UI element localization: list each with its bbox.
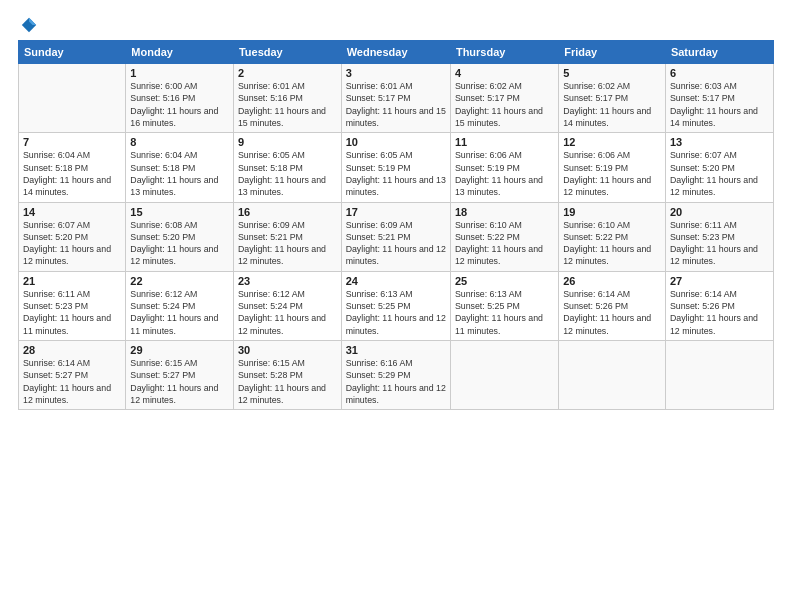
- calendar-cell: 20Sunrise: 6:11 AMSunset: 5:23 PMDayligh…: [665, 202, 773, 271]
- day-info: Sunrise: 6:02 AMSunset: 5:17 PMDaylight:…: [455, 80, 554, 129]
- calendar-cell: 24Sunrise: 6:13 AMSunset: 5:25 PMDayligh…: [341, 271, 450, 340]
- calendar-cell: 12Sunrise: 6:06 AMSunset: 5:19 PMDayligh…: [559, 133, 666, 202]
- day-info: Sunrise: 6:01 AMSunset: 5:17 PMDaylight:…: [346, 80, 446, 129]
- day-number: 21: [23, 275, 121, 287]
- week-row-4: 21Sunrise: 6:11 AMSunset: 5:23 PMDayligh…: [19, 271, 774, 340]
- day-header-wednesday: Wednesday: [341, 41, 450, 64]
- day-header-friday: Friday: [559, 41, 666, 64]
- day-number: 9: [238, 136, 337, 148]
- day-number: 18: [455, 206, 554, 218]
- week-row-2: 7Sunrise: 6:04 AMSunset: 5:18 PMDaylight…: [19, 133, 774, 202]
- calendar-cell: 7Sunrise: 6:04 AMSunset: 5:18 PMDaylight…: [19, 133, 126, 202]
- calendar-cell: 17Sunrise: 6:09 AMSunset: 5:21 PMDayligh…: [341, 202, 450, 271]
- week-row-3: 14Sunrise: 6:07 AMSunset: 5:20 PMDayligh…: [19, 202, 774, 271]
- day-number: 30: [238, 344, 337, 356]
- calendar-cell: [665, 341, 773, 410]
- day-number: 15: [130, 206, 229, 218]
- day-info: Sunrise: 6:14 AMSunset: 5:27 PMDaylight:…: [23, 357, 121, 406]
- day-info: Sunrise: 6:10 AMSunset: 5:22 PMDaylight:…: [563, 219, 661, 268]
- day-info: Sunrise: 6:04 AMSunset: 5:18 PMDaylight:…: [23, 149, 121, 198]
- day-header-monday: Monday: [126, 41, 234, 64]
- day-number: 26: [563, 275, 661, 287]
- calendar-cell: 3Sunrise: 6:01 AMSunset: 5:17 PMDaylight…: [341, 64, 450, 133]
- calendar-cell: 25Sunrise: 6:13 AMSunset: 5:25 PMDayligh…: [450, 271, 558, 340]
- day-number: 19: [563, 206, 661, 218]
- logo: [18, 16, 38, 34]
- calendar-cell: 19Sunrise: 6:10 AMSunset: 5:22 PMDayligh…: [559, 202, 666, 271]
- day-number: 22: [130, 275, 229, 287]
- day-number: 13: [670, 136, 769, 148]
- day-info: Sunrise: 6:07 AMSunset: 5:20 PMDaylight:…: [23, 219, 121, 268]
- day-number: 10: [346, 136, 446, 148]
- day-info: Sunrise: 6:16 AMSunset: 5:29 PMDaylight:…: [346, 357, 446, 406]
- day-info: Sunrise: 6:11 AMSunset: 5:23 PMDaylight:…: [670, 219, 769, 268]
- day-header-thursday: Thursday: [450, 41, 558, 64]
- header: [18, 16, 774, 34]
- day-info: Sunrise: 6:03 AMSunset: 5:17 PMDaylight:…: [670, 80, 769, 129]
- day-info: Sunrise: 6:01 AMSunset: 5:16 PMDaylight:…: [238, 80, 337, 129]
- day-info: Sunrise: 6:12 AMSunset: 5:24 PMDaylight:…: [238, 288, 337, 337]
- day-number: 12: [563, 136, 661, 148]
- calendar-cell: 21Sunrise: 6:11 AMSunset: 5:23 PMDayligh…: [19, 271, 126, 340]
- day-info: Sunrise: 6:06 AMSunset: 5:19 PMDaylight:…: [563, 149, 661, 198]
- day-info: Sunrise: 6:05 AMSunset: 5:18 PMDaylight:…: [238, 149, 337, 198]
- day-number: 17: [346, 206, 446, 218]
- page: SundayMondayTuesdayWednesdayThursdayFrid…: [0, 0, 792, 612]
- day-number: 8: [130, 136, 229, 148]
- calendar-cell: [559, 341, 666, 410]
- day-number: 16: [238, 206, 337, 218]
- calendar-cell: 29Sunrise: 6:15 AMSunset: 5:27 PMDayligh…: [126, 341, 234, 410]
- week-row-5: 28Sunrise: 6:14 AMSunset: 5:27 PMDayligh…: [19, 341, 774, 410]
- day-info: Sunrise: 6:00 AMSunset: 5:16 PMDaylight:…: [130, 80, 229, 129]
- day-info: Sunrise: 6:15 AMSunset: 5:28 PMDaylight:…: [238, 357, 337, 406]
- calendar-cell: 28Sunrise: 6:14 AMSunset: 5:27 PMDayligh…: [19, 341, 126, 410]
- day-info: Sunrise: 6:11 AMSunset: 5:23 PMDaylight:…: [23, 288, 121, 337]
- calendar-cell: 18Sunrise: 6:10 AMSunset: 5:22 PMDayligh…: [450, 202, 558, 271]
- day-number: 2: [238, 67, 337, 79]
- day-info: Sunrise: 6:09 AMSunset: 5:21 PMDaylight:…: [238, 219, 337, 268]
- day-header-tuesday: Tuesday: [233, 41, 341, 64]
- day-number: 3: [346, 67, 446, 79]
- calendar-cell: 10Sunrise: 6:05 AMSunset: 5:19 PMDayligh…: [341, 133, 450, 202]
- day-info: Sunrise: 6:08 AMSunset: 5:20 PMDaylight:…: [130, 219, 229, 268]
- day-number: 31: [346, 344, 446, 356]
- day-number: 5: [563, 67, 661, 79]
- calendar-cell: 5Sunrise: 6:02 AMSunset: 5:17 PMDaylight…: [559, 64, 666, 133]
- calendar-cell: 8Sunrise: 6:04 AMSunset: 5:18 PMDaylight…: [126, 133, 234, 202]
- calendar-cell: 6Sunrise: 6:03 AMSunset: 5:17 PMDaylight…: [665, 64, 773, 133]
- day-number: 1: [130, 67, 229, 79]
- day-number: 23: [238, 275, 337, 287]
- day-number: 28: [23, 344, 121, 356]
- calendar-table: SundayMondayTuesdayWednesdayThursdayFrid…: [18, 40, 774, 410]
- calendar-cell: [450, 341, 558, 410]
- day-info: Sunrise: 6:04 AMSunset: 5:18 PMDaylight:…: [130, 149, 229, 198]
- week-row-1: 1Sunrise: 6:00 AMSunset: 5:16 PMDaylight…: [19, 64, 774, 133]
- day-header-sunday: Sunday: [19, 41, 126, 64]
- day-info: Sunrise: 6:10 AMSunset: 5:22 PMDaylight:…: [455, 219, 554, 268]
- calendar-cell: 23Sunrise: 6:12 AMSunset: 5:24 PMDayligh…: [233, 271, 341, 340]
- day-header-saturday: Saturday: [665, 41, 773, 64]
- day-info: Sunrise: 6:05 AMSunset: 5:19 PMDaylight:…: [346, 149, 446, 198]
- calendar-cell: 14Sunrise: 6:07 AMSunset: 5:20 PMDayligh…: [19, 202, 126, 271]
- header-row: SundayMondayTuesdayWednesdayThursdayFrid…: [19, 41, 774, 64]
- day-info: Sunrise: 6:13 AMSunset: 5:25 PMDaylight:…: [455, 288, 554, 337]
- calendar-cell: 22Sunrise: 6:12 AMSunset: 5:24 PMDayligh…: [126, 271, 234, 340]
- calendar-cell: [19, 64, 126, 133]
- day-number: 6: [670, 67, 769, 79]
- calendar-cell: 30Sunrise: 6:15 AMSunset: 5:28 PMDayligh…: [233, 341, 341, 410]
- day-info: Sunrise: 6:02 AMSunset: 5:17 PMDaylight:…: [563, 80, 661, 129]
- day-number: 7: [23, 136, 121, 148]
- day-number: 29: [130, 344, 229, 356]
- logo-icon: [20, 16, 38, 34]
- day-info: Sunrise: 6:15 AMSunset: 5:27 PMDaylight:…: [130, 357, 229, 406]
- calendar-cell: 31Sunrise: 6:16 AMSunset: 5:29 PMDayligh…: [341, 341, 450, 410]
- day-number: 25: [455, 275, 554, 287]
- calendar-cell: 9Sunrise: 6:05 AMSunset: 5:18 PMDaylight…: [233, 133, 341, 202]
- calendar-cell: 4Sunrise: 6:02 AMSunset: 5:17 PMDaylight…: [450, 64, 558, 133]
- day-info: Sunrise: 6:06 AMSunset: 5:19 PMDaylight:…: [455, 149, 554, 198]
- day-number: 11: [455, 136, 554, 148]
- day-number: 14: [23, 206, 121, 218]
- day-info: Sunrise: 6:14 AMSunset: 5:26 PMDaylight:…: [670, 288, 769, 337]
- calendar-cell: 2Sunrise: 6:01 AMSunset: 5:16 PMDaylight…: [233, 64, 341, 133]
- calendar-cell: 1Sunrise: 6:00 AMSunset: 5:16 PMDaylight…: [126, 64, 234, 133]
